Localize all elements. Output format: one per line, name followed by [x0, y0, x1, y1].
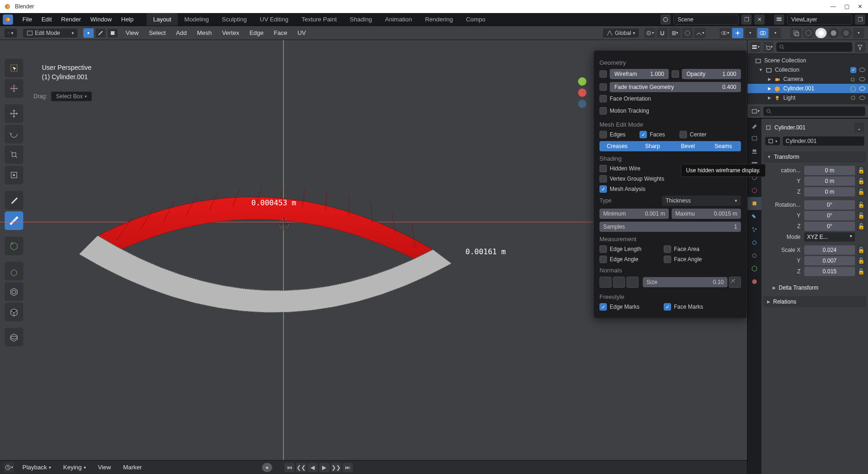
face-marks-checkbox[interactable]: ✓ [664, 303, 671, 311]
hidden-wire-checkbox[interactable] [599, 165, 607, 172]
shading-wireframe[interactable] [803, 28, 814, 38]
lock-icon[interactable]: 🔓 [857, 245, 865, 255]
tab-data[interactable] [747, 262, 761, 275]
analysis-min-field[interactable]: Minimum0.001 m [599, 209, 669, 219]
tab-modifiers[interactable] [747, 210, 761, 223]
faces-checkbox[interactable]: ✓ [639, 131, 647, 138]
mesh-analysis-checkbox[interactable]: ✓ [599, 185, 607, 193]
shading-dropdown[interactable]: ▾ [853, 28, 864, 38]
fade-slider[interactable]: Fade Inactive Geometry0.400 [610, 82, 741, 92]
tab-physics[interactable] [747, 236, 761, 249]
edge-angle-checkbox[interactable] [599, 256, 607, 263]
gizmo-axis-y[interactable] [578, 77, 586, 86]
lock-icon[interactable]: 🔓 [857, 166, 865, 175]
seg-creases[interactable]: Creases [599, 141, 635, 151]
disclosure-triangle-icon[interactable]: ▶ [768, 86, 771, 91]
analysis-type-dropdown[interactable]: Thickness▾ [662, 196, 741, 206]
scale-y-field[interactable]: 0.007 [804, 256, 855, 265]
seg-bevel[interactable]: Bevel [670, 141, 706, 151]
jump-start-button[interactable]: ⏮ [284, 463, 295, 472]
workspace-tab-animation[interactable]: Animation [378, 13, 418, 26]
vertex-group-weights-checkbox[interactable] [599, 175, 607, 183]
props-editor-type[interactable]: ▾ [750, 106, 760, 116]
analysis-samples-field[interactable]: Samples1 [599, 222, 741, 232]
face-normals-toggle[interactable] [626, 277, 639, 288]
workspace-tab-sculpting[interactable]: Sculpting [215, 13, 253, 26]
rotation-y-field[interactable]: 0° [804, 211, 855, 220]
tab-particles[interactable] [747, 223, 761, 236]
lock-icon[interactable]: 🔓 [857, 187, 865, 196]
shading-matprev[interactable] [828, 28, 839, 38]
tree-collection[interactable]: ▼ Collection ✓ [747, 65, 868, 74]
jump-prev-key-button[interactable]: ❮❮ [296, 463, 306, 472]
edge-marks-checkbox[interactable]: ✓ [599, 303, 607, 311]
jump-next-key-button[interactable]: ❯❯ [331, 463, 341, 472]
proportional-dropdown[interactable]: ▾ [694, 28, 706, 38]
workspace-tab-modeling[interactable]: Modeling [178, 13, 215, 26]
xray-toggle[interactable] [790, 28, 801, 38]
browse-scene-icon[interactable] [660, 14, 671, 25]
disclosure-triangle-icon[interactable]: ▼ [759, 68, 763, 72]
opacity-slider[interactable]: Opacity1.000 [682, 69, 741, 79]
gizmo-toggle[interactable] [732, 28, 743, 38]
overlay-toggle[interactable] [757, 28, 768, 38]
header-menu-mesh[interactable]: Mesh [194, 28, 215, 38]
playback-menu[interactable]: Playback▾ [19, 462, 55, 472]
snap-dropdown[interactable]: ⊞▾ [669, 28, 680, 38]
split-normals-toggle[interactable] [613, 277, 625, 288]
timeline-view-menu[interactable]: View [94, 462, 115, 472]
outliner-filter-icon[interactable]: ▾ [763, 42, 774, 52]
new-scene-icon[interactable]: ❐ [741, 14, 752, 25]
tab-material[interactable] [747, 275, 761, 288]
seg-seams[interactable]: Seams [706, 141, 741, 151]
rotation-mode-dropdown[interactable]: XYZ E...▾ [804, 232, 855, 242]
edge-length-checkbox[interactable] [599, 245, 607, 253]
tab-object[interactable] [747, 197, 761, 210]
lock-icon[interactable]: 🔓 [857, 211, 865, 220]
gizmo-axis-x[interactable] [578, 88, 586, 97]
object-name-field[interactable]: Cylinder.001 [783, 136, 864, 146]
menu-help[interactable]: Help [116, 14, 138, 25]
workspace-tab-rendering[interactable]: Rendering [418, 13, 459, 26]
jump-end-button[interactable]: ⏭ [343, 463, 353, 472]
visibility-dropdown[interactable]: ▾ [720, 28, 731, 38]
vertex-normals-toggle[interactable] [599, 277, 612, 288]
face-select-mode[interactable] [107, 28, 118, 38]
tree-item-cylinder[interactable]: ▶ Cylinder.001 [747, 84, 868, 93]
shading-rendered[interactable] [841, 28, 852, 38]
header-menu-edge[interactable]: Edge [247, 28, 266, 38]
lock-icon[interactable]: 🔓 [857, 222, 865, 231]
keying-menu[interactable]: Keying▾ [60, 462, 90, 472]
play-button[interactable]: ▶ [319, 463, 330, 472]
edges-checkbox[interactable] [599, 131, 607, 138]
wireframe-slider[interactable]: Wirefram1.000 [610, 69, 669, 79]
props-search[interactable] [763, 107, 865, 116]
scale-x-field[interactable]: 0.024 [804, 245, 855, 255]
menu-window[interactable]: Window [86, 14, 116, 25]
transform-orientation-dropdown[interactable]: Global ▾ [602, 28, 639, 38]
workspace-tab-shading[interactable]: Shading [343, 13, 379, 26]
play-reverse-button[interactable]: ◀ [308, 463, 318, 472]
tab-world[interactable] [747, 184, 761, 197]
workspace-tab-compositing[interactable]: Compo [459, 13, 492, 26]
location-x-field[interactable]: 0 m [804, 166, 855, 175]
header-menu-view[interactable]: View [123, 28, 141, 38]
header-menu-vertex[interactable]: Vertex [219, 28, 242, 38]
exclude-checkbox[interactable]: ✓ [850, 67, 856, 73]
opacity-checkbox[interactable] [672, 70, 679, 78]
disclosure-triangle-icon[interactable]: ▶ [768, 77, 771, 81]
workspace-tab-layout[interactable]: Layout [147, 13, 178, 26]
outliner-display-mode[interactable]: ▾ [750, 42, 760, 52]
outliner-filter-toggle[interactable] [855, 42, 865, 52]
header-menu-select[interactable]: Select [146, 28, 168, 38]
timeline-editor-type[interactable]: ▾ [4, 462, 14, 473]
motion-tracking-checkbox[interactable] [599, 107, 607, 115]
face-angle-checkbox[interactable] [664, 256, 671, 263]
workspace-tab-texturepaint[interactable]: Texture Paint [295, 13, 343, 26]
browse-viewlayer-icon[interactable] [774, 14, 784, 25]
disclosure-triangle-icon[interactable]: ▶ [768, 95, 771, 100]
viewlayer-name-field[interactable]: ViewLayer [787, 14, 852, 25]
tab-tool[interactable] [747, 119, 761, 132]
delete-scene-icon[interactable]: ✕ [754, 14, 765, 25]
scale-z-field[interactable]: 0.015 [804, 267, 855, 276]
